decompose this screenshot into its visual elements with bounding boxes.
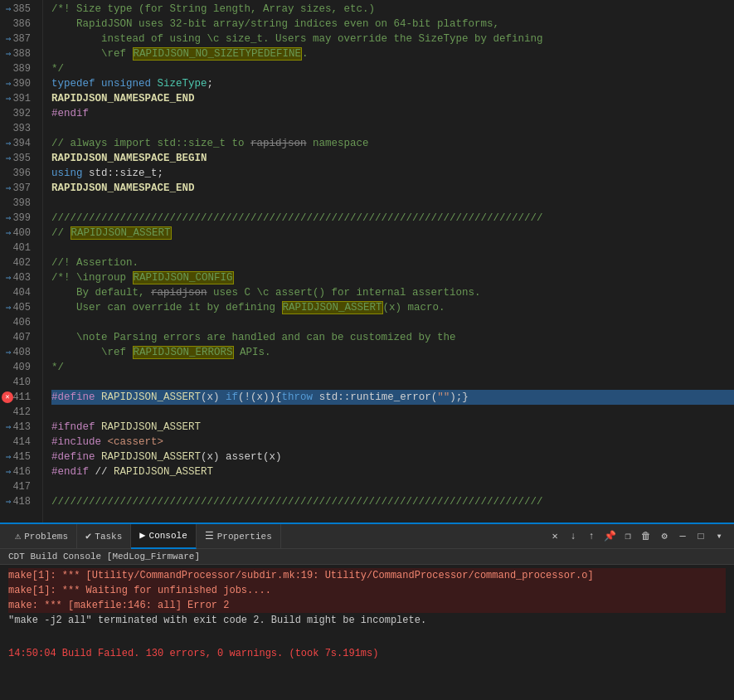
code-line-404: By default, rapidjson uses C \c assert()… bbox=[51, 285, 734, 300]
line-number: 399 bbox=[12, 211, 31, 226]
minimize-button[interactable]: ─ bbox=[674, 528, 691, 545]
error-dot-icon: ✕ bbox=[2, 391, 13, 403]
gutter-line-409: 409 bbox=[0, 360, 36, 375]
line-number: 410 bbox=[12, 375, 31, 390]
console-line: make[1]: *** [Utility/CommandProcessor/s… bbox=[8, 568, 726, 583]
scroll-up-button[interactable]: ↑ bbox=[583, 528, 600, 545]
panel-menu-button[interactable]: ▾ bbox=[711, 528, 727, 545]
line-number: 409 bbox=[12, 360, 31, 375]
code-lines[interactable]: /*! Size type (for String length, Array … bbox=[43, 0, 734, 523]
breakpoint-arrow-icon: ⇒ bbox=[6, 136, 12, 151]
console-line bbox=[8, 628, 726, 643]
line-number: 417 bbox=[12, 479, 31, 494]
gutter-line-417: 417 bbox=[0, 479, 36, 494]
problems-tab-icon: ⚠ bbox=[15, 530, 21, 542]
line-number: 385 bbox=[12, 2, 31, 17]
code-line-399: ////////////////////////////////////////… bbox=[51, 211, 734, 226]
code-line-395: RAPIDJSON_NAMESPACE_BEGIN bbox=[51, 151, 734, 166]
line-number: 415 bbox=[12, 450, 31, 464]
clear-button[interactable]: 🗑 bbox=[638, 528, 654, 545]
code-line-412 bbox=[51, 405, 734, 420]
close-console-button[interactable]: ✕ bbox=[547, 528, 563, 545]
line-number: 408 bbox=[12, 345, 31, 360]
gutter-line-404: 404 bbox=[0, 285, 36, 300]
gutter-line-399: ⇒399 bbox=[0, 211, 36, 226]
line-number: 387 bbox=[12, 32, 31, 46]
gutter-line-392: 392 bbox=[0, 106, 36, 121]
code-line-409: */ bbox=[51, 360, 734, 375]
code-line-391: RAPIDJSON_NAMESPACE_END bbox=[51, 91, 734, 106]
gutter-line-398: 398 bbox=[0, 196, 36, 211]
breakpoint-arrow-icon: ⇒ bbox=[6, 270, 12, 285]
line-number: 411 bbox=[12, 390, 31, 405]
properties-tab-label: Properties bbox=[217, 532, 272, 542]
line-number: 389 bbox=[12, 61, 31, 76]
line-number: 418 bbox=[12, 494, 31, 509]
code-line-413: #ifndef RAPIDJSON_ASSERT bbox=[51, 420, 734, 435]
code-line-394: // always import std::size_t to rapidjso… bbox=[51, 136, 734, 151]
copy-button[interactable]: ❐ bbox=[620, 528, 636, 545]
line-number: 407 bbox=[12, 330, 31, 345]
gutter-line-406: 406 bbox=[0, 315, 36, 330]
breakpoint-arrow-icon: ⇒ bbox=[6, 464, 12, 479]
line-gutter: ⇒385386⇒387⇒388389⇒390⇒391392393⇒394⇒395… bbox=[0, 0, 43, 523]
pin-button[interactable]: 📌 bbox=[601, 528, 618, 545]
line-number: 400 bbox=[12, 226, 31, 241]
breakpoint-arrow-icon: ⇒ bbox=[6, 300, 12, 315]
line-number: 404 bbox=[12, 285, 31, 300]
breakpoint-arrow-icon: ⇒ bbox=[6, 181, 12, 196]
gutter-line-413: ⇒413 bbox=[0, 420, 36, 435]
tab-console[interactable]: ▶Console bbox=[131, 524, 196, 549]
tasks-tab-label: Tasks bbox=[95, 532, 122, 542]
line-number: 416 bbox=[12, 464, 31, 479]
gutter-line-385: ⇒385 bbox=[0, 2, 36, 17]
code-line-407: \note Parsing errors are handled and can… bbox=[51, 330, 734, 345]
line-number: 388 bbox=[12, 46, 31, 61]
line-number: 405 bbox=[12, 300, 31, 315]
code-line-417 bbox=[51, 479, 734, 494]
code-line-396: using std::size_t; bbox=[51, 166, 734, 181]
maximize-button[interactable]: □ bbox=[693, 528, 709, 545]
editor-area: ⇒385386⇒387⇒388389⇒390⇒391392393⇒394⇒395… bbox=[0, 0, 734, 523]
scroll-down-button[interactable]: ↓ bbox=[565, 528, 581, 545]
line-number: 403 bbox=[12, 270, 31, 285]
console-line: 14:50:04 Build Failed. 130 errors, 0 war… bbox=[8, 643, 726, 661]
line-number: 393 bbox=[12, 121, 31, 136]
code-line-402: //! Assertion. bbox=[51, 255, 734, 270]
console-tab-icon: ▶ bbox=[139, 529, 145, 542]
code-line-385: /*! Size type (for String length, Array … bbox=[51, 2, 734, 17]
console-title-bar: CDT Build Console [MedLog_Firmware] bbox=[0, 549, 734, 565]
gutter-line-414: 414 bbox=[0, 435, 36, 450]
gutter-line-394: ⇒394 bbox=[0, 136, 36, 151]
gutter-line-416: ⇒416 bbox=[0, 464, 36, 479]
code-line-393 bbox=[51, 121, 734, 136]
tab-tasks[interactable]: ✔Tasks bbox=[77, 524, 131, 549]
gutter-line-397: ⇒397 bbox=[0, 181, 36, 196]
console-tab-label: Console bbox=[149, 531, 187, 541]
gutter-line-412: 412 bbox=[0, 405, 36, 420]
gutter-line-411: ✕411 bbox=[0, 390, 36, 405]
console-output[interactable]: make[1]: *** [Utility/CommandProcessor/s… bbox=[0, 565, 734, 700]
tab-properties[interactable]: ☰Properties bbox=[197, 524, 281, 549]
line-number: 396 bbox=[12, 166, 31, 181]
settings-button[interactable]: ⚙ bbox=[656, 528, 673, 545]
gutter-line-400: ⇒400 bbox=[0, 226, 36, 241]
properties-tab-icon: ☰ bbox=[205, 530, 214, 542]
line-number: 401 bbox=[12, 241, 31, 255]
breakpoint-arrow-icon: ⇒ bbox=[6, 32, 12, 46]
line-number: 392 bbox=[12, 106, 31, 121]
bottom-panel: ⚠Problems✔Tasks▶Console☰Properties✕↓↑📌❐🗑… bbox=[0, 523, 734, 700]
console-line: make: *** [makefile:146: all] Error 2 bbox=[8, 598, 726, 613]
gutter-line-402: 402 bbox=[0, 255, 36, 270]
gutter-line-401: 401 bbox=[0, 241, 36, 255]
breakpoint-arrow-icon: ⇒ bbox=[6, 91, 12, 106]
gutter-line-410: 410 bbox=[0, 375, 36, 390]
gutter-line-391: ⇒391 bbox=[0, 91, 36, 106]
line-number: 413 bbox=[12, 420, 31, 435]
tab-problems[interactable]: ⚠Problems bbox=[7, 524, 77, 549]
gutter-line-418: ⇒418 bbox=[0, 494, 36, 509]
code-line-414: #include <cassert> bbox=[51, 435, 734, 450]
panel-tabs-bar: ⚠Problems✔Tasks▶Console☰Properties✕↓↑📌❐🗑… bbox=[0, 524, 734, 549]
code-line-401 bbox=[51, 241, 734, 255]
gutter-line-408: ⇒408 bbox=[0, 345, 36, 360]
